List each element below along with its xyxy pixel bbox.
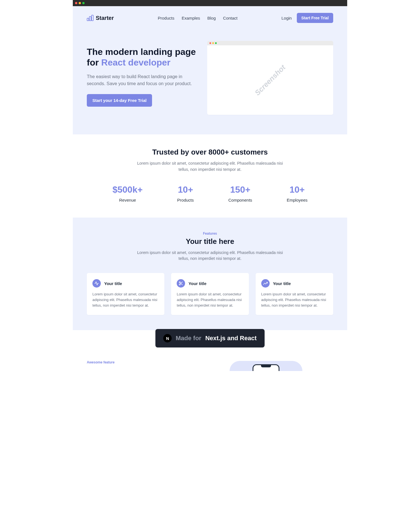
features-eyebrow: Features [87,232,333,235]
phone-illustration [73,361,347,371]
bottom-section: N Made for Next.js and React Awesome fea… [73,330,347,379]
nav-link-examples[interactable]: Examples [182,16,200,20]
feature-desc: Lorem ipsum dolor sit amet, consectetur … [92,291,159,308]
svg-line-7 [180,283,181,283]
nextjs-icon: N [163,334,172,342]
stats-subtitle: Lorem ipsum dolor sit amet, consectetur … [132,160,288,173]
features-section: Features Your title here Lorem ipsum dol… [73,218,347,330]
feature-desc: Lorem ipsum dolor sit amet, consectetur … [177,291,243,308]
stats-section: Trusted by over 8000+ customers Lorem ip… [73,134,347,218]
scissors-icon [177,279,185,288]
features-title: Your title here [87,237,333,246]
brand[interactable]: Starter [87,15,114,21]
badge-main: Next.js and React [205,335,256,342]
trending-up-icon [261,279,270,288]
features-grid: Your title Lorem ipsum dolor sit amet, c… [87,273,333,315]
hero-title-line1: The modern landing page [87,47,196,57]
feature-card: Your title Lorem ipsum dolor sit amet, c… [171,273,249,315]
feature-title: Your title [104,281,122,286]
features-subtitle: Lorem ipsum dolor sit amet, consectetur … [132,250,288,262]
stat-label: Revenue [113,198,143,202]
mock-titlebar [207,41,333,45]
feature-card: Your title Lorem ipsum dolor sit amet, c… [87,273,164,315]
feature-desc: Lorem ipsum dolor sit amet, consectetur … [261,291,328,308]
made-for-badge[interactable]: N Made for Next.js and React [155,329,264,347]
stat-item-components: 150+ Components [228,185,252,202]
minimize-icon [212,42,214,44]
login-link[interactable]: Login [281,16,292,20]
stats-grid: $500k+ Revenue 10+ Products 150+ Compone… [87,185,333,202]
stat-item-products: 10+ Products [177,185,194,202]
svg-rect-2 [92,15,93,21]
hero-title-line2-prefix: for [87,57,101,67]
stat-item-revenue: $500k+ Revenue [113,185,143,202]
main-nav: Starter Products Examples Blog Contact L… [87,11,333,25]
svg-line-6 [181,284,183,285]
hero-title: The modern landing page for React develo… [87,46,199,68]
badge-prefix: Made for [176,335,201,342]
start-trial-button[interactable]: Start Free Trial [297,13,333,23]
stat-item-employees: 10+ Employees [287,185,307,202]
stat-value: 150+ [228,185,252,195]
stats-title: Trusted by over 8000+ customers [87,148,333,157]
nav-link-products[interactable]: Products [158,16,174,20]
stat-label: Components [228,198,252,202]
feature-title: Your title [273,281,291,286]
screenshot-preview: Screenshot [207,41,333,115]
window-titlebar [73,0,347,6]
nav-right: Login Start Free Trial [281,13,333,23]
hero-subtitle: The easiest way to build React landing p… [87,73,199,87]
stat-label: Employees [287,198,307,202]
hero-cta-button[interactable]: Start your 14-day Free Trial [87,94,152,107]
nav-link-contact[interactable]: Contact [223,16,238,20]
svg-rect-1 [89,17,91,21]
zoom-icon [215,42,217,44]
minimize-icon[interactable] [79,2,81,4]
nav-link-blog[interactable]: Blog [207,16,216,20]
stat-value: $500k+ [113,185,143,195]
brand-name: Starter [96,15,114,21]
stat-value: 10+ [177,185,194,195]
hero-title-accent: React developer [101,57,171,67]
feature-card: Your title Lorem ipsum dolor sit amet, c… [256,273,333,315]
svg-rect-0 [87,18,89,21]
screenshot-placeholder: Screenshot [253,63,287,97]
hero-section: Starter Products Examples Blog Contact L… [73,6,347,134]
feature-title: Your title [188,281,206,286]
stat-label: Products [177,198,194,202]
stat-value: 10+ [287,185,307,195]
zoom-icon[interactable] [82,2,85,4]
close-icon [209,42,211,44]
close-icon[interactable] [75,2,77,4]
activity-icon [92,279,101,288]
bar-chart-icon [87,15,94,21]
nav-links: Products Examples Blog Contact [158,16,237,20]
